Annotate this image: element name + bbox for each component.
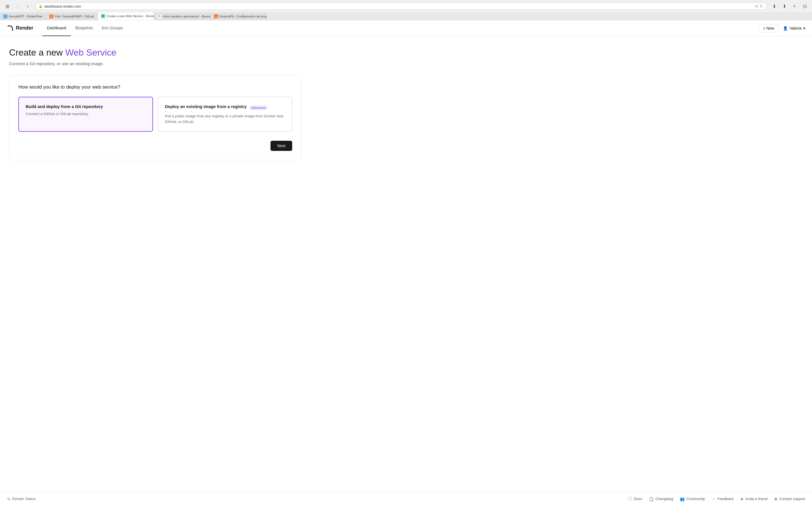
browser-tabs: FGesundFIT - FlutterFlowGFab / GesundFit…	[0, 12, 812, 20]
footer-community[interactable]: 👥Community	[680, 497, 705, 501]
tab-render[interactable]: RCreate a new Web Service · Render Da...	[98, 12, 154, 20]
downloads-button[interactable]: ⬇	[770, 2, 778, 10]
nav-blueprints[interactable]: Blueprints	[71, 20, 97, 36]
header-right: + New 👤 Valeria ▾	[759, 24, 805, 32]
page-subtitle: Connect a Git repository, or use an exis…	[9, 61, 301, 66]
option-registry-header: Deploy an existing image from a registry…	[165, 104, 285, 111]
footer-feedback[interactable]: ↔Feedback	[712, 497, 734, 501]
status-icon: ∿	[7, 496, 10, 502]
footer-support-label: Contact support	[779, 497, 805, 501]
new-tab-button[interactable]: +	[791, 2, 799, 10]
tab-gitlab-label: Fab / GesundFitAPI - GitLab	[55, 15, 94, 18]
tab-render-favicon: R	[101, 14, 105, 18]
footer-invite-icon: ➤	[740, 497, 744, 501]
footer-feedback-icon: ↔	[712, 497, 716, 501]
footer-feedback-label: Feedback	[718, 497, 734, 501]
browser-controls: ⊞ ‹ ›	[3, 2, 31, 10]
footer-community-label: Community	[686, 497, 705, 501]
main-content: Create a new Web Service Connect a Git r…	[0, 36, 311, 491]
footer-changelog-icon: 📋	[649, 497, 654, 501]
footer-links: 📄Docs📋Changelog👥Community↔Feedback➤Invit…	[627, 497, 805, 501]
browser-toolbar: ⊞ ‹ › 🔒 dashboard.render.com ⊞ ↻ ⬇ ⬆ + ⊡	[0, 0, 812, 12]
footer-changelog-label: Changelog	[655, 497, 673, 501]
option-registry[interactable]: Deploy an existing image from a registry…	[157, 97, 292, 132]
deploy-options: Build and deploy from a Git repository C…	[18, 97, 292, 132]
refresh-icon[interactable]: ↻	[760, 4, 763, 8]
footer-community-icon: 👥	[680, 497, 685, 501]
option-git[interactable]: Build and deploy from a Git repository C…	[18, 97, 153, 132]
tab-gitlab-favicon: G	[49, 14, 53, 18]
footer-support-icon: ⊕	[774, 497, 777, 501]
tab-flutter-label: GesundFIT - FlutterFlow	[9, 15, 42, 18]
option-registry-desc: Pull a public image from any registry or…	[165, 113, 285, 124]
deploy-card: How would you like to deploy your web se…	[9, 75, 301, 160]
render-status-label: Render Status	[12, 497, 36, 501]
footer-invite-label: Invite a friend	[745, 497, 767, 501]
footer-docs-icon: 📄	[627, 497, 632, 501]
tab-flutter[interactable]: FGesundFIT - FlutterFlow	[0, 12, 46, 20]
url-display: dashboard.render.com	[44, 4, 754, 8]
browser-chrome: ⊞ ‹ › 🔒 dashboard.render.com ⊞ ↻ ⬇ ⬆ + ⊡…	[0, 0, 812, 20]
address-bar[interactable]: 🔒 dashboard.render.com ⊞ ↻	[35, 3, 767, 10]
tab-render-label: Create a new Web Service · Render Da...	[107, 14, 154, 18]
tab-google[interactable]: Gritmo cardiaco abreviacion - Buscar con…	[154, 12, 211, 20]
user-menu[interactable]: 👤 Valeria ▾	[783, 26, 805, 30]
footer-support[interactable]: ⊕Contact support	[774, 497, 805, 501]
browser-actions: ⬇ ⬆ + ⊡	[770, 2, 809, 10]
tab-gitlab[interactable]: GFab / GesundFitAPI - GitLab	[46, 12, 98, 20]
page-title-highlight: Web Service	[65, 48, 116, 58]
tab-gesundfit-favicon: 🔥	[214, 14, 218, 18]
tab-google-label: ritmo cardiaco abreviacion - Buscar con.…	[163, 15, 211, 18]
app-header: Render DashboardBlueprintsEnv Groups + N…	[0, 20, 812, 36]
forward-button[interactable]: ›	[24, 2, 31, 10]
tab-flutter-favicon: F	[3, 14, 7, 18]
lock-icon: 🔒	[39, 4, 43, 8]
footer-changelog[interactable]: 📋Changelog	[649, 497, 673, 501]
chevron-down-icon: ▾	[803, 26, 805, 30]
tab-google-favicon: G	[157, 14, 161, 18]
logo[interactable]: Render	[7, 25, 33, 31]
page-title-prefix: Create a new	[9, 48, 65, 58]
window-controls[interactable]: ⊞	[3, 2, 11, 10]
footer-invite[interactable]: ➤Invite a friend	[740, 497, 767, 501]
next-button[interactable]: Next	[270, 141, 292, 151]
advanced-badge: Advanced	[249, 105, 268, 110]
user-icon: 👤	[783, 26, 788, 30]
deploy-question: How would you like to deploy your web se…	[18, 84, 292, 90]
page-title: Create a new Web Service	[9, 48, 301, 58]
logo-text: Render	[16, 25, 33, 31]
option-git-desc: Connect a GitHub or GitLab repository.	[26, 111, 146, 117]
back-button[interactable]: ‹	[13, 2, 21, 10]
user-name: Valeria	[790, 26, 802, 30]
footer-docs-label: Docs	[634, 497, 642, 501]
render-status: ∿ Render Status	[7, 496, 36, 502]
sidebar-button[interactable]: ⊡	[801, 2, 809, 10]
reader-icon: ⊞	[755, 4, 758, 8]
nav-envgroups[interactable]: Env Groups	[97, 20, 127, 36]
new-button[interactable]: + New	[759, 24, 779, 32]
render-logo-icon	[7, 25, 13, 31]
tab-gesundfit[interactable]: 🔥GesundFit - Configuración de proyecto -…	[211, 12, 267, 20]
card-footer: Next	[18, 141, 292, 151]
app-footer: ∿ Render Status 📄Docs📋Changelog👥Communit…	[0, 491, 812, 506]
nav-dashboard[interactable]: Dashboard	[42, 20, 71, 36]
main-nav: DashboardBlueprintsEnv Groups	[42, 20, 750, 36]
option-registry-title: Deploy an existing image from a registry	[165, 104, 247, 109]
share-button[interactable]: ⬆	[781, 2, 788, 10]
tab-gesundfit-label: GesundFit - Configuración de proyecto -.…	[219, 15, 267, 18]
footer-docs[interactable]: 📄Docs	[627, 497, 642, 501]
option-git-title: Build and deploy from a Git repository	[26, 104, 146, 109]
